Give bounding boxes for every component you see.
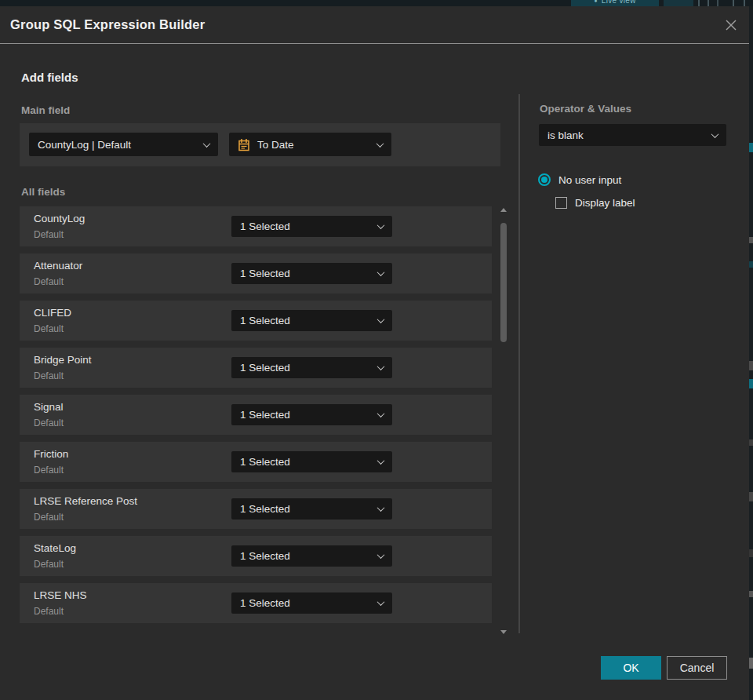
field-row: Attenuator Default 1 Selected xyxy=(20,253,492,293)
scroll-up-icon[interactable] xyxy=(500,208,507,212)
background-app-top-strip: ● Live view xyxy=(0,0,753,6)
chevron-down-icon xyxy=(377,268,385,276)
display-label-label: Display label xyxy=(575,197,635,209)
field-row: Bridge Point Default 1 Selected xyxy=(20,348,492,388)
field-selection-dropdown[interactable]: 1 Selected xyxy=(231,310,392,331)
main-field-label: Main field xyxy=(21,104,70,116)
field-selection-dropdown[interactable]: 1 Selected xyxy=(231,451,392,472)
dialog-title: Group SQL Expression Builder xyxy=(10,6,205,43)
field-selection-value: 1 Selected xyxy=(240,550,290,562)
chevron-down-icon xyxy=(377,363,385,370)
background-toolbar-fragment xyxy=(708,0,709,6)
field-selection-value: 1 Selected xyxy=(240,362,290,374)
chevron-down-icon xyxy=(377,315,385,323)
chevron-down-icon xyxy=(203,140,211,148)
all-fields-scrollbar[interactable] xyxy=(499,206,508,636)
field-name: CountyLog xyxy=(34,213,85,224)
chevron-down-icon xyxy=(377,551,385,559)
chevron-down-icon xyxy=(377,410,385,417)
field-type-dropdown-value: To Date xyxy=(257,139,294,151)
main-field-panel: CountyLog | Default To Date xyxy=(20,123,500,166)
field-selection-value: 1 Selected xyxy=(240,221,290,232)
field-variant: Default xyxy=(34,465,64,476)
vertical-divider xyxy=(518,94,520,633)
chevron-down-icon xyxy=(376,140,384,148)
field-name: StateLog xyxy=(34,542,76,554)
field-name: Bridge Point xyxy=(34,354,92,366)
no-user-input-option[interactable]: No user input xyxy=(538,173,621,186)
field-variant: Default xyxy=(34,370,64,381)
header-divider xyxy=(0,43,749,44)
field-selection-value: 1 Selected xyxy=(240,409,290,421)
chevron-down-icon xyxy=(377,457,385,465)
field-variant: Default xyxy=(34,606,64,617)
chevron-down-icon xyxy=(377,221,385,229)
field-type-dropdown[interactable]: To Date xyxy=(229,133,391,156)
field-selection-dropdown[interactable]: 1 Selected xyxy=(231,592,392,614)
field-variant: Default xyxy=(34,512,64,523)
scrollbar-thumb[interactable] xyxy=(500,223,507,342)
live-view-button: ● Live view xyxy=(571,0,659,6)
chevron-down-icon xyxy=(711,130,719,138)
background-fragment xyxy=(749,261,753,268)
field-selection-value: 1 Selected xyxy=(240,268,290,279)
background-fragment xyxy=(749,492,753,501)
operator-dropdown-value: is blank xyxy=(547,129,584,141)
live-view-label: Live view xyxy=(602,0,636,5)
display-label-option[interactable]: Display label xyxy=(555,197,635,209)
field-row: CLIFED Default 1 Selected xyxy=(20,301,492,341)
field-selection-value: 1 Selected xyxy=(240,503,290,515)
no-user-input-label: No user input xyxy=(558,174,621,186)
background-fragment xyxy=(749,658,753,669)
field-selection-dropdown[interactable]: 1 Selected xyxy=(231,545,392,567)
add-fields-heading: Add fields xyxy=(21,71,78,84)
field-selection-dropdown[interactable]: 1 Selected xyxy=(231,216,392,237)
field-selection-value: 1 Selected xyxy=(240,456,290,468)
background-fragment xyxy=(749,549,753,557)
field-variant: Default xyxy=(34,559,64,570)
field-name: LRSE NHS xyxy=(34,589,87,601)
field-row: LRSE NHS Default 1 Selected xyxy=(20,583,492,623)
field-row: Friction Default 1 Selected xyxy=(20,442,492,482)
background-fragment xyxy=(749,439,753,446)
scroll-down-icon[interactable] xyxy=(500,630,507,634)
chevron-down-icon xyxy=(377,598,385,606)
field-selection-value: 1 Selected xyxy=(240,315,290,326)
field-selection-dropdown[interactable]: 1 Selected xyxy=(231,357,392,378)
background-toolbar-fragment xyxy=(698,0,700,6)
field-row: Signal Default 1 Selected xyxy=(20,395,492,435)
background-fragment xyxy=(749,237,753,243)
field-selection-dropdown[interactable]: 1 Selected xyxy=(231,498,392,520)
field-selection-dropdown[interactable]: 1 Selected xyxy=(231,263,392,284)
ok-button[interactable]: OK xyxy=(601,656,661,680)
no-user-input-radio[interactable] xyxy=(538,173,551,186)
operator-dropdown[interactable]: is blank xyxy=(539,124,726,146)
live-dot-icon: ● xyxy=(594,0,598,3)
close-button[interactable] xyxy=(722,16,740,34)
field-row: LRSE Reference Post Default 1 Selected xyxy=(20,489,492,529)
all-fields-label: All fields xyxy=(21,186,65,198)
field-variant: Default xyxy=(34,276,64,287)
background-fragment xyxy=(749,361,753,370)
field-name: LRSE Reference Post xyxy=(34,495,137,507)
background-toolbar-fragment xyxy=(733,0,734,6)
field-variant: Default xyxy=(34,417,64,428)
operator-values-label: Operator & Values xyxy=(540,103,631,115)
background-fragment xyxy=(749,143,753,152)
calendar-icon xyxy=(238,138,250,151)
main-field-dropdown-value: CountyLog | Default xyxy=(38,139,131,151)
chevron-down-icon xyxy=(377,504,385,512)
background-toolbar-fragment xyxy=(664,0,693,6)
field-name: CLIFED xyxy=(34,307,71,319)
main-field-dropdown[interactable]: CountyLog | Default xyxy=(29,133,218,156)
all-fields-list: CountyLog Default 1 Selected Attenuator … xyxy=(20,206,492,630)
background-toolbar-fragment xyxy=(717,0,718,6)
close-icon xyxy=(725,19,737,31)
field-selection-dropdown[interactable]: 1 Selected xyxy=(231,404,392,425)
field-name: Signal xyxy=(34,401,64,413)
field-row: CountyLog Default 1 Selected xyxy=(20,206,492,246)
display-label-checkbox[interactable] xyxy=(555,197,567,209)
cancel-button[interactable]: Cancel xyxy=(667,656,727,680)
field-name: Friction xyxy=(34,448,68,460)
field-name: Attenuator xyxy=(34,260,82,272)
